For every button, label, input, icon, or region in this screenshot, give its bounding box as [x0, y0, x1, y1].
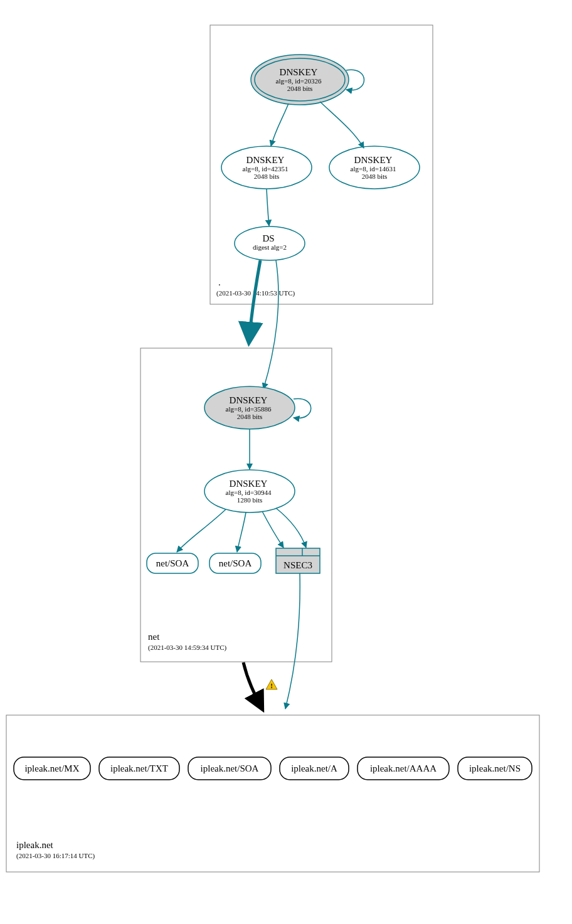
node-ipleak-txt: ipleak.net/TXT [99, 757, 179, 780]
svg-text:ipleak.net/TXT: ipleak.net/TXT [110, 763, 168, 773]
node-net-soa-1: net/SOA [147, 553, 198, 573]
edge-nsec3-to-ipleak [285, 573, 300, 709]
node-net-zsk: DNSKEY alg=8, id=30944 1280 bits [204, 470, 295, 512]
svg-text:ipleak.net/AAAA: ipleak.net/AAAA [370, 763, 437, 773]
svg-rect-26 [6, 715, 539, 872]
node-ipleak-aaaa: ipleak.net/AAAA [358, 757, 449, 780]
svg-text:net
      (2021-03-30 14:59:34: net (2021-03-30 14:59:34 UTC) [148, 631, 227, 652]
node-ipleak-a: ipleak.net/A [280, 757, 349, 780]
node-root-zsk2: DNSKEY alg=8, id=14631 2048 bits [329, 146, 420, 189]
edge-root-zsk1-ds [267, 189, 269, 226]
node-root-zsk1: DNSKEY alg=8, id=42351 2048 bits [221, 146, 312, 189]
svg-text:ipleak.net
      (2021-03-30 1: ipleak.net (2021-03-30 16:17:14 UTC) [16, 839, 95, 860]
svg-text:ipleak.net/SOA: ipleak.net/SOA [201, 763, 259, 773]
node-net-ksk: DNSKEY alg=8, id=35886 2048 bits [204, 386, 295, 429]
node-net-nsec3: NSEC3 [276, 548, 320, 573]
zone-root: . (2021-03-30 14:10:53 UTC) DNSKEY alg=8… [210, 25, 433, 304]
edge-root-to-net-zone [249, 260, 260, 342]
svg-text:NSEC3: NSEC3 [283, 560, 312, 570]
node-root-ksk: DNSKEY alg=8, id=20326 2048 bits [251, 55, 349, 105]
zone-ipleak-timestamp: (2021-03-30 16:17:14 UTC) [16, 852, 95, 860]
zone-net-timestamp: (2021-03-30 14:59:34 UTC) [148, 644, 227, 652]
svg-text:ipleak.net/NS: ipleak.net/NS [469, 763, 521, 773]
svg-text:ipleak.net/MX: ipleak.net/MX [24, 763, 79, 773]
svg-text:net/SOA: net/SOA [219, 558, 252, 568]
node-root-ds: DS digest alg=2 [235, 226, 305, 260]
dnssec-diagram: . (2021-03-30 14:10:53 UTC) DNSKEY alg=8… [0, 0, 572, 924]
svg-text:net/SOA: net/SOA [156, 558, 189, 568]
edge-net-zsk-nsec3-b [276, 508, 306, 548]
edge-net-zsk-soa2 [237, 512, 246, 552]
zone-ipleak: ipleak.net (2021-03-30 16:17:14 UTC) ipl… [6, 715, 539, 872]
svg-text:ipleak.net/A: ipleak.net/A [291, 763, 337, 773]
node-net-soa-2: net/SOA [209, 553, 261, 573]
edge-net-ksk-self [294, 398, 311, 418]
node-ipleak-mx: ipleak.net/MX [14, 757, 90, 780]
node-ipleak-ns: ipleak.net/NS [458, 757, 532, 780]
edge-root-ksk-zsk2 [320, 102, 364, 148]
svg-text:!: ! [270, 682, 273, 689]
edge-net-zsk-soa1 [177, 509, 226, 552]
edge-ds-to-net-ksk [263, 260, 278, 389]
zone-net-name: net [148, 632, 160, 642]
zone-root-name: . [218, 277, 221, 287]
node-ipleak-soa: ipleak.net/SOA [188, 757, 271, 780]
edge-root-ksk-zsk1 [271, 104, 289, 146]
warning-icon: ! [266, 679, 277, 689]
zone-ipleak-name: ipleak.net [16, 840, 54, 850]
edge-net-to-ipleak-zone [243, 662, 262, 709]
zone-net: net (2021-03-30 14:59:34 UTC) DNSKEY alg… [140, 348, 332, 662]
edge-net-zsk-nsec3-a [262, 511, 283, 548]
